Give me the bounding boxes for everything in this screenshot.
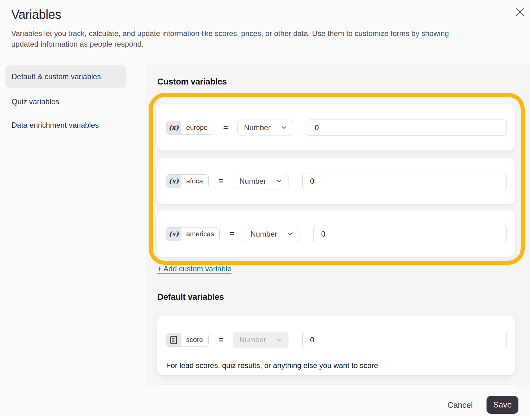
variable-type-value: Number (239, 177, 266, 186)
sidebar-item-label: Default & custom variables (12, 72, 101, 81)
close-icon (516, 8, 524, 17)
equals-sign: = (230, 229, 234, 239)
chevron-down-icon (277, 179, 282, 183)
default-variable-card: score = Number For lead scores, quiz res… (157, 315, 515, 375)
variable-name-chip[interactable]: (x) europe (166, 121, 213, 135)
variables-panel: Custom variables (x) europe = Number (x)… (146, 63, 530, 387)
save-button-label: Save (493, 400, 512, 410)
variable-name-chip[interactable]: score (166, 333, 209, 347)
variable-value-input[interactable] (313, 226, 507, 242)
modal-bottom-edge (0, 416, 530, 420)
page-title: Variables (11, 8, 61, 22)
variable-type-value: Number (244, 123, 271, 132)
variable-name-chip[interactable]: (x) americas (166, 227, 220, 241)
sidebar: Default & custom variables Quiz variable… (5, 65, 126, 142)
chevron-down-icon (281, 126, 287, 129)
variable-type-value: Number (239, 335, 266, 344)
sidebar-item-label: Quiz variables (12, 97, 59, 106)
variable-icon: (x) (166, 228, 181, 241)
variable-type-value: Number (250, 230, 277, 238)
add-custom-variable-link[interactable]: + Add custom variable (157, 264, 232, 273)
custom-variables-heading: Custom variables (157, 77, 227, 87)
default-variables-heading: Default variables (157, 292, 224, 302)
equals-sign: = (219, 335, 223, 345)
variable-name: americas (181, 228, 219, 241)
sidebar-item-quiz-variables[interactable]: Quiz variables (5, 95, 126, 109)
variable-icon: (x) (166, 175, 181, 188)
variable-value-input[interactable] (302, 332, 507, 348)
custom-variable-row: (x) americas = Number (157, 211, 515, 257)
custom-variable-row: (x) africa = Number (157, 158, 515, 204)
cancel-button-label: Cancel (447, 400, 473, 410)
variable-icon: (x) (166, 121, 181, 134)
variable-name-chip[interactable]: (x) africa (166, 174, 209, 188)
variable-type-dropdown[interactable]: Number (233, 173, 288, 189)
variable-type-dropdown[interactable]: Number (237, 120, 293, 136)
partial-next-card (157, 385, 515, 387)
equals-sign: = (223, 123, 228, 132)
modal-description: Variables let you track, calculate, and … (11, 28, 463, 49)
cancel-button[interactable]: Cancel (441, 396, 479, 414)
score-helper-text: For lead scores, quiz results, or anythi… (166, 361, 507, 370)
equals-sign: = (219, 176, 223, 186)
chevron-down-icon (277, 338, 282, 342)
chevron-down-icon (288, 232, 293, 236)
calculator-icon (166, 333, 181, 346)
variables-modal: Variables Variables let you track, calcu… (0, 0, 530, 420)
sidebar-item-label: Data enrichment variables (12, 121, 99, 130)
save-button[interactable]: Save (487, 396, 518, 414)
variable-type-dropdown-disabled: Number (233, 332, 288, 348)
sidebar-item-data-enrichment-variables[interactable]: Data enrichment variables (5, 118, 126, 132)
close-button[interactable] (514, 7, 526, 18)
variable-name: africa (181, 175, 208, 188)
variable-type-dropdown[interactable]: Number (244, 226, 299, 242)
variable-name: europe (181, 121, 213, 134)
variable-value-input[interactable] (302, 173, 507, 189)
variable-name: score (181, 333, 208, 346)
variable-value-input[interactable] (307, 120, 507, 136)
sidebar-item-default-custom-variables[interactable]: Default & custom variables (5, 65, 126, 88)
custom-variable-row: (x) europe = Number (157, 105, 515, 151)
